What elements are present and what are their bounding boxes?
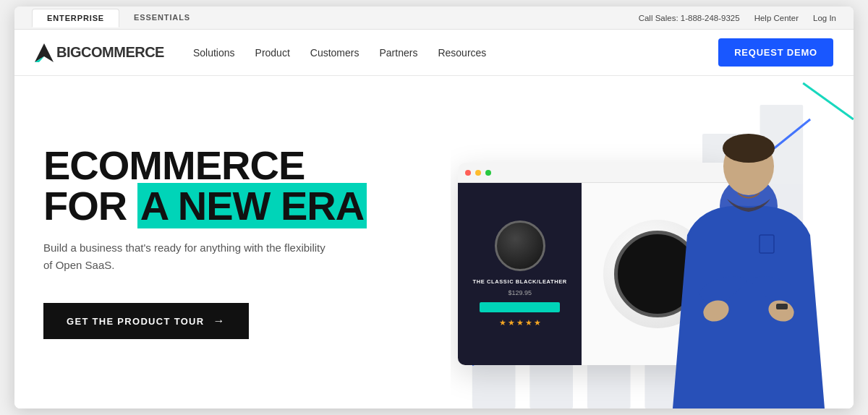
top-bar: ENTERPRISE ESSENTIALS Call Sales: 1-888-… xyxy=(14,7,854,30)
star-1: ★ xyxy=(499,318,506,328)
hero-line1: ECOMMERCE xyxy=(43,142,305,188)
dot-green xyxy=(485,170,491,176)
arrow-icon: → xyxy=(213,315,225,328)
nav-product[interactable]: Product xyxy=(255,47,290,59)
logo-icon xyxy=(35,43,54,62)
dot-red xyxy=(465,170,471,176)
hero-cta-button[interactable]: GET THE PRODUCT TOUR → xyxy=(43,303,249,339)
logo-text: BIGCOMMERCE xyxy=(56,44,164,61)
help-center-link[interactable]: Help Center xyxy=(754,14,799,22)
watch-card-stars: ★ ★ ★ ★ ★ xyxy=(499,318,541,328)
main-nav: BIGCOMMERCE Solutions Product Customers … xyxy=(14,30,854,76)
logo[interactable]: BIGCOMMERCE xyxy=(35,43,164,62)
login-link[interactable]: Log In xyxy=(813,14,836,22)
person-figure xyxy=(651,90,846,408)
dot-yellow xyxy=(475,170,481,176)
nav-links: Solutions Product Customers Partners Res… xyxy=(193,46,718,59)
phone-label: Call Sales: 1-888-248-9325 xyxy=(639,14,740,22)
hero-highlight: A NEW ERA xyxy=(137,183,367,228)
window-left-panel: THE CLASSIC BLACK/LEATHER $129.95 ★ ★ ★ … xyxy=(458,183,582,365)
top-bar-right: Call Sales: 1-888-248-9325 Help Center L… xyxy=(639,14,836,22)
browser-frame: ENTERPRISE ESSENTIALS Call Sales: 1-888-… xyxy=(14,7,854,408)
nav-customers[interactable]: Customers xyxy=(310,47,359,59)
hero-headline: ECOMMERCE FOR A NEW ERA xyxy=(43,145,422,226)
hero-subtext: Build a business that's ready for anythi… xyxy=(43,239,333,274)
hero-right: THE CLASSIC BLACK/LEATHER $129.95 ★ ★ ★ … xyxy=(451,76,854,408)
watch-card-title: THE CLASSIC BLACK/LEATHER xyxy=(473,278,567,286)
star-5: ★ xyxy=(534,318,541,328)
small-watch-icon xyxy=(495,221,545,271)
request-demo-button[interactable]: REQUEST DEMO xyxy=(718,38,833,67)
nav-solutions[interactable]: Solutions xyxy=(193,47,235,59)
top-tabs: ENTERPRISE ESSENTIALS xyxy=(32,9,205,27)
tab-essentials[interactable]: ESSENTIALS xyxy=(119,9,205,27)
svg-marker-0 xyxy=(35,43,54,62)
nav-resources[interactable]: Resources xyxy=(438,47,486,59)
svg-rect-15 xyxy=(776,304,788,309)
star-2: ★ xyxy=(508,318,515,328)
star-4: ★ xyxy=(525,318,532,328)
tab-enterprise[interactable]: ENTERPRISE xyxy=(32,9,119,27)
svg-point-11 xyxy=(723,134,775,163)
star-3: ★ xyxy=(516,318,524,328)
hero-left: ECOMMERCE FOR A NEW ERA Build a business… xyxy=(14,76,451,408)
watch-card-price: $129.95 xyxy=(508,289,532,296)
watch-card-add-btn[interactable] xyxy=(480,302,560,312)
hero-section: ECOMMERCE FOR A NEW ERA Build a business… xyxy=(14,76,854,408)
person-svg xyxy=(651,90,846,408)
hero-cta-label: GET THE PRODUCT TOUR xyxy=(67,316,204,327)
nav-partners[interactable]: Partners xyxy=(379,47,417,59)
